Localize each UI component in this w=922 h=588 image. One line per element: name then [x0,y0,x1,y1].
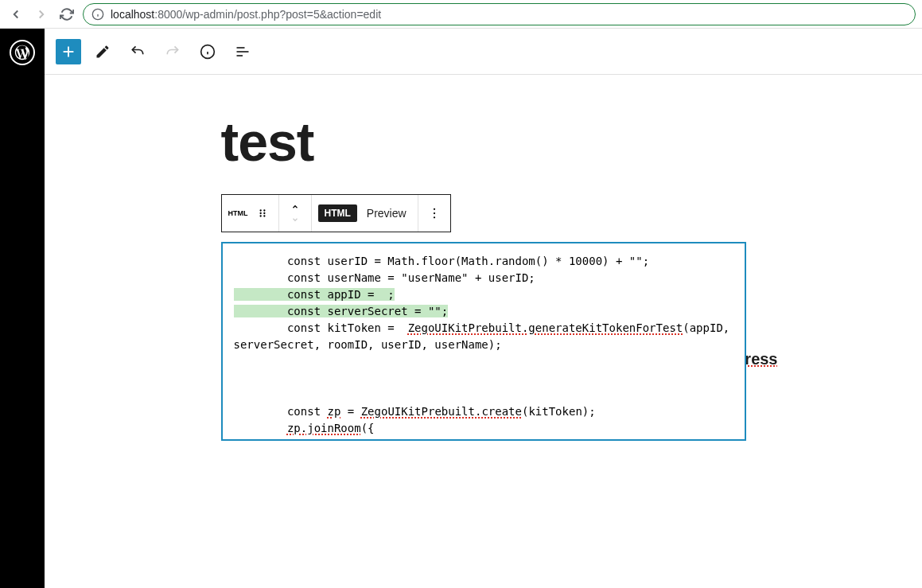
editor-toolbar [45,29,922,75]
post-title[interactable]: test [221,115,746,169]
code-line: const kitToken = ZegoUIKitPrebuilt.gener… [234,320,733,353]
browser-nav-bar: localhost:8000/wp-admin/post.php?post=5&… [0,0,922,29]
svg-point-16 [263,215,265,216]
add-block-button[interactable] [56,39,81,64]
editor-canvas[interactable]: ress test HTML [45,75,922,588]
outline-button[interactable] [229,38,256,65]
move-up-button[interactable] [286,201,305,212]
code-line: const zp = ZegoUIKitPrebuilt.create(kitT… [234,403,733,420]
code-line: const serverSecret = ""; [234,303,733,320]
wp-sidebar [0,29,45,588]
block-options-button[interactable] [425,204,444,223]
edit-mode-button[interactable] [89,38,116,65]
site-info-icon[interactable] [91,8,104,21]
editor-content: ress test HTML [221,115,746,588]
html-mode-button[interactable]: HTML [318,204,357,222]
svg-point-14 [263,212,265,214]
forward-button[interactable] [32,5,51,24]
code-line: sharedLinks: [{ [234,437,733,441]
svg-point-18 [434,212,435,214]
back-button[interactable] [6,5,25,24]
code-line: const appID = ; [234,286,733,303]
wordpress-logo-icon[interactable] [10,40,35,65]
svg-point-12 [263,209,265,211]
svg-point-11 [259,209,261,211]
wp-main: ress test HTML [45,29,922,588]
code-line: zp.joinRoom({ [234,420,733,437]
redo-button[interactable] [159,38,186,65]
code-line: const userName = "userName" + userID; [234,270,733,286]
svg-point-13 [259,212,261,214]
document-info-button[interactable] [194,38,221,65]
move-down-button[interactable] [286,214,305,225]
block-toolbar: HTML [221,194,451,232]
svg-point-19 [434,216,435,218]
url-bar[interactable]: localhost:8000/wp-admin/post.php?post=5&… [83,3,916,25]
html-code-block[interactable]: const userID = Math.floor(Math.random() … [221,242,746,441]
reload-button[interactable] [57,5,76,24]
drag-handle-icon[interactable] [253,204,272,223]
svg-point-15 [259,215,261,216]
undo-button[interactable] [124,38,151,65]
svg-point-17 [434,208,435,210]
preview-mode-button[interactable]: Preview [362,207,411,220]
url-text: localhost:8000/wp-admin/post.php?post=5&… [111,8,381,21]
background-text: ress [745,350,777,368]
code-line: const userID = Math.floor(Math.random() … [234,253,733,270]
block-type-icon[interactable]: HTML [228,209,248,217]
wp-editor: ress test HTML [0,29,922,588]
